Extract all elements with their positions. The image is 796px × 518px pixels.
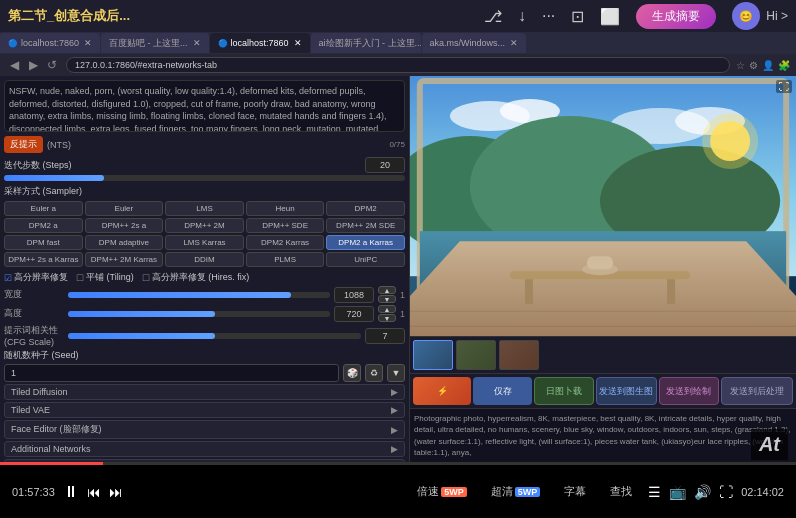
thumbnail-2[interactable] (456, 340, 496, 370)
send-img2img-button[interactable]: 日图卜载 (534, 377, 594, 405)
sampler-dpmppsde[interactable]: DPM++ SDE (246, 218, 325, 233)
refresh-button[interactable]: ↺ (44, 58, 60, 72)
height-input[interactable] (334, 306, 374, 322)
browser-tab-1[interactable]: 🔵 localhost:7860 ✕ (0, 33, 100, 53)
tiled-vae-arrow: ▶ (391, 405, 398, 415)
cfg-input[interactable] (365, 328, 405, 344)
speed-option[interactable]: 倍速 5WP (409, 481, 475, 502)
nav-buttons: ◀ ▶ ↺ (6, 58, 60, 72)
picture-icon[interactable]: ⊡ (571, 7, 584, 26)
avatar[interactable]: 😊 (732, 2, 760, 30)
sampler-heun[interactable]: Heun (246, 201, 325, 216)
face-editor-row[interactable]: Face Editor (脸部修复) ▶ (4, 420, 405, 439)
send-extra-label: 发送到后处理 (730, 385, 784, 398)
tiling-checkbox[interactable]: ☐ 平铺 (Tiling) (76, 271, 134, 284)
tiled-diffusion-arrow: ▶ (391, 387, 398, 397)
tab-close-2[interactable]: ✕ (193, 38, 201, 48)
sampler-dpmpp2sa[interactable]: DPM++ 2s a (85, 218, 164, 233)
tv-button[interactable]: 📺 (669, 484, 686, 500)
thumbnail-3[interactable] (499, 340, 539, 370)
send-inpaint-button[interactable]: 发送到图生图 (596, 377, 656, 405)
url-input[interactable]: 127.0.0.1:7860/#extra-networks-tab (66, 57, 730, 73)
send-extras-button[interactable]: 发送到绘制 (659, 377, 719, 405)
back-button[interactable]: ◀ (6, 58, 22, 72)
sampler-dpmfast[interactable]: DPM fast (4, 235, 83, 250)
hires-fix-checkbox[interactable]: ☑ 高分辨率修复 (4, 271, 68, 284)
video-progress[interactable] (0, 462, 796, 465)
play-pause-button[interactable]: ⏸ (63, 483, 79, 501)
video-controls: 01:57:33 ⏸ ⏮ ⏭ 倍速 5WP 超清 5WP 字幕 查找 ☰ 📺 🔊… (0, 465, 796, 518)
sampler-dpmpp2msde[interactable]: DPM++ 2M SDE (326, 218, 405, 233)
forward-button[interactable]: ▶ (25, 58, 41, 72)
tab-close-5[interactable]: ✕ (510, 38, 518, 48)
generate-summary-button[interactable]: 生成摘要 (636, 4, 716, 29)
sampler-euler-a[interactable]: Euler a (4, 201, 83, 216)
save-button[interactable]: 仅存 (473, 377, 531, 405)
sampler-dpm2[interactable]: DPM2 (326, 201, 405, 216)
volume-button[interactable]: 🔊 (694, 484, 711, 500)
sampler-plms[interactable]: PLMS (246, 252, 325, 267)
sampler-dpmpp2mkarras[interactable]: DPM++ 2M Karras (85, 252, 164, 267)
generate-button[interactable]: ⚡ (413, 377, 471, 405)
height-slider[interactable] (68, 311, 330, 317)
sampler-dpmpp2sakarras[interactable]: DPM++ 2s a Karras (4, 252, 83, 267)
thumbnail-1[interactable] (413, 340, 453, 370)
subtitle-option[interactable]: 字幕 (556, 481, 594, 502)
tab-icon-3: 🔵 (218, 39, 228, 48)
fullscreen-button[interactable]: ⛶ (719, 484, 733, 500)
browser-tab-3[interactable]: 🔵 localhost:7860 ✕ (210, 33, 310, 53)
seed-dice-btn[interactable]: 🎲 (343, 364, 361, 382)
sampler-ddim[interactable]: DDIM (165, 252, 244, 267)
settings-icon[interactable]: ⚙ (749, 60, 758, 71)
seed-input[interactable] (4, 364, 339, 382)
sampler-dpm2akarras[interactable]: DPM2 a Karras (326, 235, 405, 250)
quality-option[interactable]: 超清 5WP (483, 481, 549, 502)
reverse-button[interactable]: 反提示 (4, 136, 43, 153)
find-option[interactable]: 查找 (602, 481, 640, 502)
tiled-vae-label: Tiled VAE (11, 405, 50, 415)
height-up-btn[interactable]: ▲ (378, 305, 396, 313)
extension-icon[interactable]: 🧩 (778, 60, 790, 71)
sampler-euler[interactable]: Euler (85, 201, 164, 216)
sampler-dpm2a[interactable]: DPM2 a (4, 218, 83, 233)
browser-tab-2[interactable]: 百度贴吧 - 上这里... ✕ (101, 33, 209, 53)
width-down-btn[interactable]: ▼ (378, 295, 396, 303)
profile-icon[interactable]: 👤 (762, 60, 774, 71)
additional-networks-row[interactable]: Additional Networks ▶ (4, 441, 405, 457)
browser-tab-5[interactable]: aka.ms/Windows... ✕ (422, 33, 527, 53)
share-icon[interactable]: ⎇ (484, 7, 502, 26)
tab-close-1[interactable]: ✕ (84, 38, 92, 48)
negative-prompt-area: NSFW, nude, naked, porn, (worst quality,… (4, 80, 405, 132)
download-icon[interactable]: ↓ (518, 7, 526, 25)
prev-button[interactable]: ⏮ (87, 484, 101, 500)
steps-input[interactable] (365, 157, 405, 173)
height-down-btn[interactable]: ▼ (378, 314, 396, 322)
sampler-unipc[interactable]: UniPC (326, 252, 405, 267)
tiled-vae-row[interactable]: Tiled VAE ▶ (4, 402, 405, 418)
width-up-btn[interactable]: ▲ (378, 286, 396, 294)
width-input[interactable] (334, 287, 374, 303)
bookmark-icon[interactable]: ☆ (736, 60, 745, 71)
sampler-dpmpp2m[interactable]: DPM++ 2M (165, 218, 244, 233)
send-extra-button[interactable]: 发送到后处理 (721, 377, 793, 405)
next-button[interactable]: ⏭ (109, 484, 123, 500)
list-button[interactable]: ☰ (648, 484, 661, 500)
sampler-dpm2karras[interactable]: DPM2 Karras (246, 235, 325, 250)
browser-tab-4[interactable]: ai绘图新手入门 - 上这里... ✕ (311, 33, 421, 53)
width-slider[interactable] (68, 292, 330, 298)
sampler-dpmadaptive[interactable]: DPM adaptive (85, 235, 164, 250)
generate-icon: ⚡ (437, 386, 448, 396)
window-icon[interactable]: ⬜ (600, 7, 620, 26)
more-icon[interactable]: ··· (542, 7, 555, 25)
hires-options-checkbox[interactable]: ☐ 高分辨率修复 (Hires. fix) (142, 271, 250, 284)
tiled-diffusion-row[interactable]: Tiled Diffusion ▶ (4, 384, 405, 400)
seed-recycle-btn[interactable]: ♻ (365, 364, 383, 382)
tab-close-3[interactable]: ✕ (294, 38, 302, 48)
seed-down-btn[interactable]: ▼ (387, 364, 405, 382)
sampler-lmskarras[interactable]: LMS Karras (165, 235, 244, 250)
sampler-lms[interactable]: LMS (165, 201, 244, 216)
steps-slider[interactable] (4, 175, 405, 181)
expand-icon[interactable]: ⛶ (776, 80, 792, 93)
cfg-slider[interactable] (68, 333, 361, 339)
steps-fill (4, 175, 104, 181)
